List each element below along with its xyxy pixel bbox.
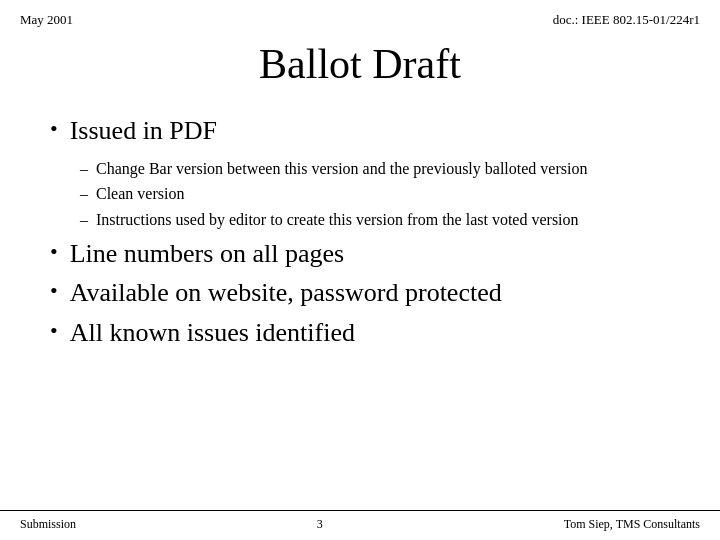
header-date: May 2001 bbox=[20, 12, 73, 28]
sub-dash-3: – bbox=[80, 211, 88, 229]
bullet-item-issued-in-pdf: • Issued in PDF – Change Bar version bet… bbox=[50, 114, 670, 231]
sub-bullet-change-bar: – Change Bar version between this versio… bbox=[80, 158, 670, 180]
sub-bullets-issued-in-pdf: – Change Bar version between this versio… bbox=[50, 158, 670, 231]
bullet-text-issued-in-pdf: Issued in PDF bbox=[70, 114, 217, 148]
footer-author: Tom Siep, TMS Consultants bbox=[564, 517, 700, 532]
sub-bullet-instructions: – Instructions used by editor to create … bbox=[80, 209, 670, 231]
sub-dash-1: – bbox=[80, 160, 88, 178]
bullet-dot-1: • bbox=[50, 116, 58, 142]
bullet-item-available: • Available on website, password protect… bbox=[50, 276, 670, 310]
bullet-text-available: Available on website, password protected bbox=[70, 276, 502, 310]
footer-submission-label: Submission bbox=[20, 517, 76, 532]
slide-footer: Submission 3 Tom Siep, TMS Consultants bbox=[0, 510, 720, 540]
sub-bullet-clean-version: – Clean version bbox=[80, 183, 670, 205]
sub-text-change-bar: Change Bar version between this version … bbox=[96, 158, 587, 180]
header-doc-id: doc.: IEEE 802.15-01/224r1 bbox=[553, 12, 700, 28]
sub-text-clean-version: Clean version bbox=[96, 183, 184, 205]
bullet-item-line-numbers: • Line numbers on all pages bbox=[50, 237, 670, 271]
bullet-dot-4: • bbox=[50, 318, 58, 344]
bullet-item-all-known: • All known issues identified bbox=[50, 316, 670, 350]
bullet-dot-3: • bbox=[50, 278, 58, 304]
title-area: Ballot Draft bbox=[0, 32, 720, 104]
slide-header: May 2001 doc.: IEEE 802.15-01/224r1 bbox=[0, 0, 720, 32]
bullet-dot-2: • bbox=[50, 239, 58, 265]
sub-dash-2: – bbox=[80, 185, 88, 203]
sub-text-instructions: Instructions used by editor to create th… bbox=[96, 209, 579, 231]
content-area: • Issued in PDF – Change Bar version bet… bbox=[0, 104, 720, 510]
slide: May 2001 doc.: IEEE 802.15-01/224r1 Ball… bbox=[0, 0, 720, 540]
footer-page-number: 3 bbox=[317, 517, 323, 532]
slide-title: Ballot Draft bbox=[20, 40, 700, 88]
bullet-text-all-known: All known issues identified bbox=[70, 316, 355, 350]
bullet-text-line-numbers: Line numbers on all pages bbox=[70, 237, 344, 271]
